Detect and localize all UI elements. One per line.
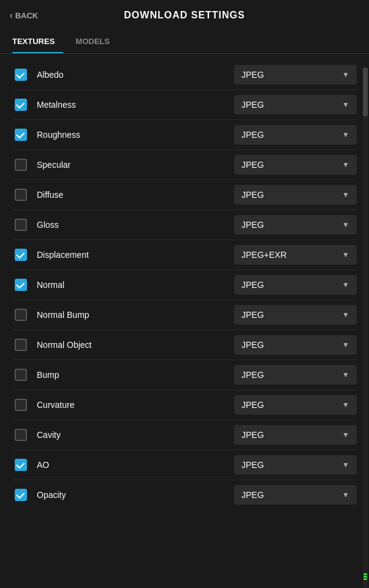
back-chevron-icon: ‹ [10, 10, 13, 20]
format-dropdown-normal[interactable]: JPEG▼ [234, 275, 357, 295]
chevron-down-icon: ▼ [342, 431, 349, 439]
scrollbar-track[interactable] [363, 67, 368, 588]
checkbox-normal-object[interactable] [12, 336, 29, 353]
texture-label-cavity: Cavity [29, 430, 234, 440]
checkbox-inner-cavity [15, 429, 27, 441]
checkbox-inner-displacement [15, 249, 27, 261]
chevron-down-icon: ▼ [342, 70, 349, 79]
texture-row-normal-bump: Normal BumpJPEG▼ [12, 300, 357, 330]
texture-label-metalness: Metalness [29, 100, 234, 110]
scroll-dot-1 [363, 573, 367, 575]
format-value-roughness: JPEG [242, 130, 264, 140]
texture-label-opacity: Opacity [29, 490, 234, 500]
format-dropdown-normal-bump[interactable]: JPEG▼ [234, 305, 357, 325]
checkbox-normal[interactable] [12, 276, 29, 293]
chevron-down-icon: ▼ [342, 461, 349, 469]
format-dropdown-ao[interactable]: JPEG▼ [234, 455, 357, 475]
format-value-albedo: JPEG [242, 70, 264, 80]
chevron-down-icon: ▼ [342, 341, 349, 349]
back-label: BACK [15, 11, 39, 20]
texture-label-normal-bump: Normal Bump [29, 310, 234, 320]
format-value-gloss: JPEG [242, 220, 264, 230]
texture-label-gloss: Gloss [29, 220, 234, 230]
format-value-diffuse: JPEG [242, 190, 264, 200]
texture-label-albedo: Albedo [29, 70, 234, 80]
checkbox-inner-albedo [15, 69, 27, 81]
format-dropdown-specular[interactable]: JPEG▼ [234, 155, 357, 175]
chevron-down-icon: ▼ [342, 311, 349, 319]
format-dropdown-metalness[interactable]: JPEG▼ [234, 95, 357, 115]
format-value-specular: JPEG [242, 160, 264, 170]
texture-row-normal-object: Normal ObjectJPEG▼ [12, 330, 357, 360]
chevron-down-icon: ▼ [342, 221, 349, 229]
format-value-curvature: JPEG [242, 400, 264, 410]
texture-label-normal: Normal [29, 280, 234, 290]
chevron-down-icon: ▼ [342, 130, 349, 139]
checkbox-inner-gloss [15, 219, 27, 231]
format-dropdown-normal-object[interactable]: JPEG▼ [234, 335, 357, 355]
checkbox-gloss[interactable] [12, 216, 29, 233]
texture-label-ao: AO [29, 460, 234, 470]
texture-row-ao: AOJPEG▼ [12, 450, 357, 480]
format-dropdown-albedo[interactable]: JPEG▼ [234, 65, 357, 85]
format-dropdown-gloss[interactable]: JPEG▼ [234, 215, 357, 235]
format-value-normal-bump: JPEG [242, 310, 264, 320]
checkbox-normal-bump[interactable] [12, 306, 29, 323]
format-value-displacement: JPEG+EXR [242, 250, 287, 260]
tab-models[interactable]: MODELS [75, 31, 118, 53]
checkbox-roughness[interactable] [12, 126, 29, 143]
chevron-down-icon: ▼ [342, 251, 349, 259]
checkbox-albedo[interactable] [12, 66, 29, 83]
checkbox-specular[interactable] [12, 156, 29, 173]
texture-row-normal: NormalJPEG▼ [12, 270, 357, 300]
checkbox-opacity[interactable] [12, 486, 29, 503]
chevron-down-icon: ▼ [342, 401, 349, 409]
texture-row-albedo: AlbedoJPEG▼ [12, 60, 357, 90]
scroll-dot-2 [363, 576, 367, 578]
format-dropdown-opacity[interactable]: JPEG▼ [234, 485, 357, 505]
format-dropdown-bump[interactable]: JPEG▼ [234, 365, 357, 385]
texture-row-opacity: OpacityJPEG▼ [12, 480, 357, 510]
texture-list: AlbedoJPEG▼MetalnessJPEG▼RoughnessJPEG▼S… [0, 54, 369, 516]
checkbox-cavity[interactable] [12, 426, 29, 443]
checkbox-inner-specular [15, 159, 27, 171]
checkbox-inner-bump [15, 369, 27, 381]
format-value-opacity: JPEG [242, 490, 264, 500]
format-value-ao: JPEG [242, 460, 264, 470]
format-value-normal: JPEG [242, 280, 264, 290]
format-dropdown-curvature[interactable]: JPEG▼ [234, 395, 357, 415]
texture-label-bump: Bump [29, 370, 234, 380]
checkbox-displacement[interactable] [12, 246, 29, 263]
chevron-down-icon: ▼ [342, 281, 349, 289]
format-dropdown-diffuse[interactable]: JPEG▼ [234, 185, 357, 205]
tab-bar: TEXTURES MODELS [0, 31, 369, 54]
checkbox-ao[interactable] [12, 456, 29, 473]
tab-textures[interactable]: TEXTURES [12, 31, 63, 53]
format-dropdown-roughness[interactable]: JPEG▼ [234, 125, 357, 145]
checkbox-inner-roughness [15, 129, 27, 141]
checkbox-inner-ao [15, 459, 27, 471]
texture-row-bump: BumpJPEG▼ [12, 360, 357, 390]
chevron-down-icon: ▼ [342, 491, 349, 499]
page-title: DOWNLOAD SETTINGS [124, 10, 245, 21]
chevron-down-icon: ▼ [342, 100, 349, 109]
format-dropdown-cavity[interactable]: JPEG▼ [234, 425, 357, 445]
format-dropdown-displacement[interactable]: JPEG+EXR▼ [234, 245, 357, 265]
checkbox-inner-normal [15, 279, 27, 291]
texture-label-specular: Specular [29, 160, 234, 170]
checkbox-inner-normal-bump [15, 309, 27, 321]
texture-row-curvature: CurvatureJPEG▼ [12, 390, 357, 420]
chevron-down-icon: ▼ [342, 190, 349, 199]
checkbox-diffuse[interactable] [12, 186, 29, 203]
checkbox-bump[interactable] [12, 366, 29, 383]
texture-row-specular: SpecularJPEG▼ [12, 150, 357, 180]
checkbox-curvature[interactable] [12, 396, 29, 413]
texture-row-diffuse: DiffuseJPEG▼ [12, 180, 357, 210]
texture-label-normal-object: Normal Object [29, 340, 234, 350]
scrollbar-thumb[interactable] [363, 67, 368, 116]
texture-row-roughness: RoughnessJPEG▼ [12, 120, 357, 150]
header: ‹ BACK DOWNLOAD SETTINGS [0, 0, 369, 31]
texture-label-displacement: Displacement [29, 250, 234, 260]
checkbox-metalness[interactable] [12, 96, 29, 113]
back-button[interactable]: ‹ BACK [10, 10, 38, 20]
